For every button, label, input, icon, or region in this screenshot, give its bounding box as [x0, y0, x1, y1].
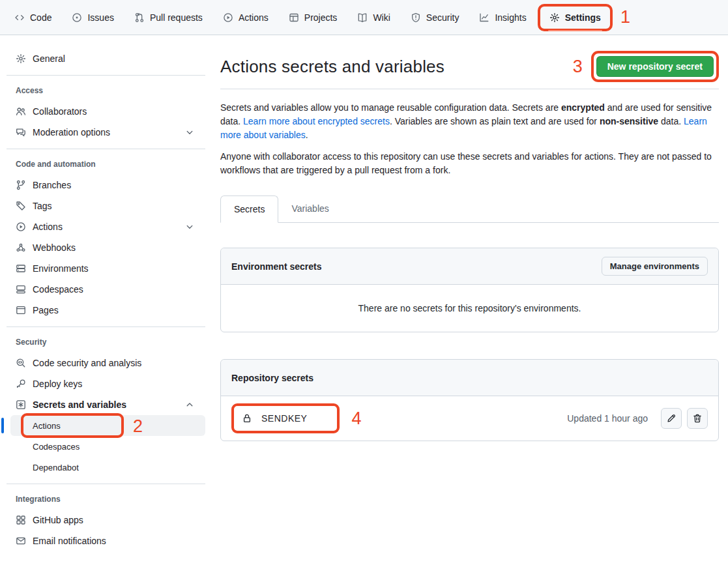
sidebar-item-branches[interactable]: Branches [5, 175, 205, 196]
chevron-down-icon [184, 127, 195, 138]
sidebar-item-webhooks[interactable]: Webhooks [5, 237, 205, 258]
sidebar-subitem-dependabot-secrets[interactable]: Dependabot [10, 457, 205, 478]
secret-row: SENDKEY 4 Updated 1 hour ago [221, 396, 718, 441]
sidebar-item-email-notifications[interactable]: Email notifications [5, 530, 205, 551]
main-content: Actions secrets and variables 3 New repo… [209, 35, 728, 565]
sidebar-section-access: Access [5, 81, 205, 101]
sidebar-item-codespaces[interactable]: Codespaces [5, 279, 205, 300]
lock-icon [242, 413, 252, 424]
edit-secret-button[interactable] [661, 408, 682, 429]
table-icon [289, 12, 299, 23]
shield-icon [411, 12, 421, 23]
sidebar-divider [7, 149, 205, 149]
sidebar-item-secrets-and-variables[interactable]: Secrets and variables [5, 394, 205, 415]
sidebar-item-pages[interactable]: Pages [5, 300, 205, 321]
issue-opened-icon [72, 12, 82, 23]
page-title: Actions secrets and variables [220, 57, 444, 77]
annotation-box-4: SENDKEY [231, 403, 340, 433]
description: Secrets and variables allow you to manag… [220, 101, 719, 177]
key-asterisk-icon [16, 399, 26, 410]
nav-tab-settings[interactable]: Settings [544, 8, 606, 27]
annotation-number-1: 1 [620, 8, 630, 26]
sidebar-item-github-apps[interactable]: GitHub apps [5, 510, 205, 530]
environment-secrets-header: Environment secrets Manage environments [221, 248, 718, 285]
webhook-icon [16, 242, 26, 253]
sidebar-item-moderation-options[interactable]: Moderation options [5, 122, 205, 143]
secrets-variables-tabs: Secrets Variables [220, 196, 719, 223]
sidebar-item-collaborators[interactable]: Collaborators [5, 101, 205, 122]
sidebar-item-deploy-keys[interactable]: Deploy keys [5, 373, 205, 394]
people-icon [16, 106, 26, 117]
sidebar-section-integrations: Integrations [5, 490, 205, 510]
key-icon [16, 379, 26, 389]
mail-icon [16, 536, 26, 546]
environment-secrets-card: Environment secrets Manage environments … [220, 248, 719, 332]
description-paragraph-2: Anyone with collaborator access to this … [220, 150, 719, 177]
active-tab-underline [548, 30, 602, 31]
secret-updated-time: Updated 1 hour ago [567, 413, 648, 424]
git-pull-request-icon [134, 12, 145, 23]
nav-tab-security[interactable]: Security [405, 8, 465, 27]
nav-tab-projects[interactable]: Projects [284, 8, 343, 27]
annotation-box-1: Settings [538, 4, 613, 31]
annotation-number-2: 2 [133, 418, 143, 435]
new-repository-secret-button[interactable]: New repository secret [596, 56, 714, 77]
nav-tab-actions[interactable]: Actions [218, 8, 274, 27]
chevron-down-icon [184, 222, 195, 232]
annotation-number-4: 4 [351, 410, 361, 427]
manage-environments-button[interactable]: Manage environments [602, 257, 708, 276]
nav-tab-insights[interactable]: Insights [474, 8, 531, 27]
repository-secrets-header: Repository secrets [221, 360, 718, 396]
repository-secrets-title: Repository secrets [231, 373, 313, 383]
sidebar-divider [7, 75, 205, 76]
pencil-icon [666, 413, 677, 424]
sidebar-section-security: Security [5, 333, 205, 353]
delete-secret-button[interactable] [687, 408, 708, 429]
nav-tab-code[interactable]: Code [9, 8, 57, 27]
header-actions: 3 New repository secret [573, 51, 719, 82]
sidebar-item-tags[interactable]: Tags [5, 196, 205, 216]
sidebar-section-code-automation: Code and automation [5, 155, 205, 175]
tab-secrets[interactable]: Secrets [220, 196, 278, 223]
secret-name: SENDKEY [261, 413, 307, 424]
codescan-icon [16, 358, 26, 368]
secret-row-actions: Updated 1 hour ago [567, 408, 708, 429]
nav-tab-issues[interactable]: Issues [66, 8, 119, 27]
codespaces-icon [16, 284, 26, 295]
server-icon [16, 263, 26, 274]
sidebar-divider [7, 484, 205, 484]
sidebar-item-actions[interactable]: Actions [5, 216, 205, 237]
git-branch-icon [16, 180, 26, 190]
nav-tab-wiki[interactable]: Wiki [352, 8, 395, 27]
play-icon [16, 222, 26, 232]
tab-variables[interactable]: Variables [278, 196, 342, 223]
graph-icon [479, 12, 489, 23]
gear-icon [549, 12, 560, 23]
trash-icon [692, 413, 703, 424]
sidebar-item-environments[interactable]: Environments [5, 258, 205, 279]
repo-tab-nav: Code Issues Pull requests Actions Projec… [0, 0, 728, 35]
sidebar-item-general[interactable]: General [5, 48, 205, 69]
chevron-up-icon [184, 399, 195, 410]
tag-icon [16, 201, 26, 211]
book-icon [357, 12, 368, 23]
nav-tab-pull-requests[interactable]: Pull requests [129, 8, 208, 27]
apps-icon [16, 515, 26, 525]
encrypted-secrets-link[interactable]: Learn more about encrypted secrets [243, 116, 390, 126]
description-paragraph-1: Secrets and variables allow you to manag… [220, 101, 719, 142]
sidebar-subitem-codespaces-secrets[interactable]: Codespaces [10, 436, 205, 457]
settings-sidebar: General Access Collaborators Moderation … [0, 35, 209, 565]
annotation-number-3: 3 [573, 58, 583, 76]
play-icon [223, 12, 233, 23]
environment-secrets-title: Environment secrets [231, 261, 322, 272]
page-header: Actions secrets and variables 3 New repo… [220, 51, 719, 89]
sidebar-subitem-actions-secrets[interactable]: Actions 2 [10, 415, 205, 436]
sidebar-item-code-security[interactable]: Code security and analysis [5, 353, 205, 373]
sidebar-divider [7, 326, 205, 327]
code-icon [14, 12, 25, 23]
gear-icon [16, 53, 26, 64]
annotation-box-3: New repository secret [591, 51, 719, 82]
environment-secrets-empty-message: There are no secrets for this repository… [221, 285, 718, 332]
comment-discussion-icon [16, 127, 26, 138]
browser-icon [16, 305, 26, 315]
